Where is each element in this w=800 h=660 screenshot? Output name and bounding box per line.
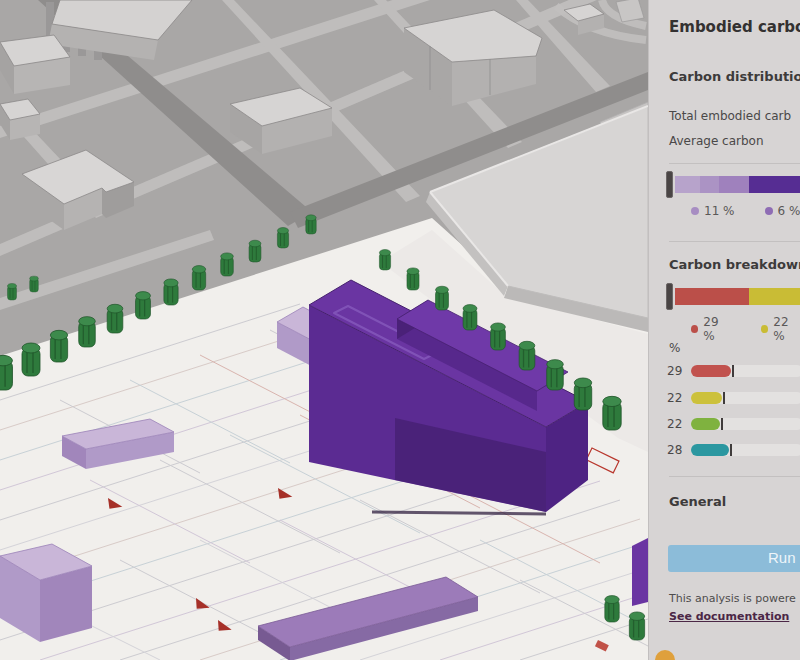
bar-fill <box>691 444 729 456</box>
distribution-segment <box>719 176 749 193</box>
distribution-stacked-bar <box>675 176 800 193</box>
legend-dot <box>765 207 773 215</box>
bar-value: 29 <box>667 364 691 378</box>
average-carbon-label: Average carbon <box>669 134 764 148</box>
viewport-3d[interactable] <box>0 0 648 660</box>
category-bar-row: 28 <box>667 443 800 456</box>
bar-track <box>691 444 800 456</box>
bar-tick <box>730 444 732 456</box>
distribution-legend: 11 % 6 % <box>649 204 800 218</box>
run-button-label: Run <box>768 549 796 566</box>
bar-track <box>691 392 800 404</box>
breakdown-slider-handle[interactable] <box>666 283 673 310</box>
bar-fill <box>691 365 731 377</box>
distribution-segment <box>749 176 800 193</box>
divider <box>669 241 800 242</box>
legend-dot <box>761 325 768 333</box>
bar-value: 22 <box>667 391 691 405</box>
legend-dot <box>691 325 698 333</box>
category-bar-row: 22 <box>667 391 800 404</box>
bar-track <box>691 418 800 430</box>
legend-label: 29 % <box>703 315 731 343</box>
divider <box>669 163 800 164</box>
bar-tick <box>721 418 723 430</box>
category-bar-row: 29 <box>667 364 800 377</box>
app-window: { "panel": { "title": "Embodied carbon",… <box>0 0 800 660</box>
percent-axis-label: % <box>669 341 680 355</box>
legend-label: 11 % <box>704 204 735 218</box>
brand-logo-icon <box>655 650 675 660</box>
section-carbon-breakdown: Carbon breakdown <box>669 257 800 272</box>
embodied-carbon-panel: Embodied carbon Carbon distribution Tota… <box>648 0 800 660</box>
bar-tick <box>732 365 734 377</box>
divider <box>669 476 800 477</box>
see-documentation-link[interactable]: See documentation <box>669 610 789 623</box>
bar-fill <box>691 392 722 404</box>
breakdown-legend: 29 % 22 % <box>649 315 800 343</box>
breakdown-stacked-bar <box>675 288 800 305</box>
category-bar-row: 22 <box>667 417 800 430</box>
bar-value: 28 <box>667 443 691 457</box>
section-general: General <box>669 494 726 509</box>
distribution-segment <box>700 176 719 193</box>
breakdown-segment <box>675 288 749 305</box>
run-analysis-button[interactable]: Run <box>668 545 800 572</box>
distribution-slider-handle[interactable] <box>666 171 673 198</box>
section-carbon-distribution: Carbon distribution <box>669 69 800 84</box>
bar-tick <box>723 392 725 404</box>
powered-by-text: This analysis is powere <box>669 592 796 605</box>
legend-label: 22 % <box>773 315 800 343</box>
breakdown-segment <box>749 288 800 305</box>
distribution-segment <box>675 176 700 193</box>
bar-fill <box>691 418 720 430</box>
bar-value: 22 <box>667 417 691 431</box>
bar-track <box>691 365 800 377</box>
total-embodied-carbon-label: Total embodied carb <box>669 109 791 123</box>
panel-title: Embodied carbon <box>669 18 800 36</box>
legend-label: 6 % <box>778 204 800 218</box>
legend-dot <box>691 207 699 215</box>
